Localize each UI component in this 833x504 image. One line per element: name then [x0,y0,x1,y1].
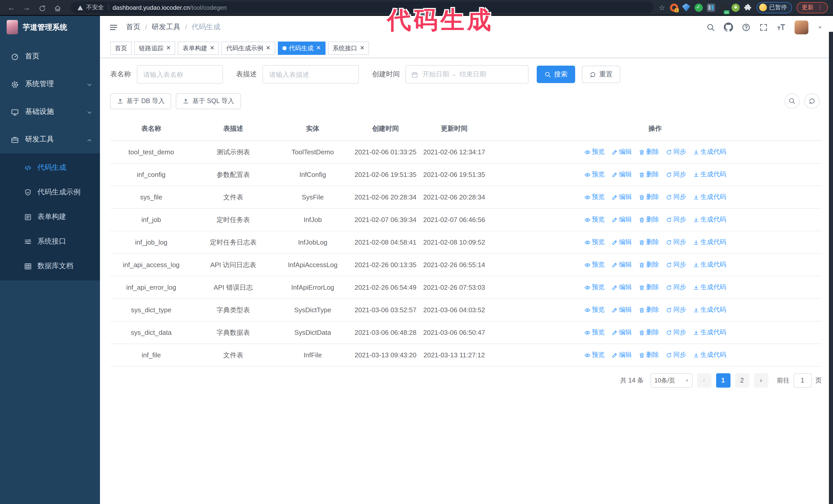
action-link[interactable]: 预览 [584,147,604,158]
profile-paused-badge[interactable]: 已暂停 [756,2,792,13]
action-link[interactable]: 删除 [639,147,659,158]
action-link[interactable]: 生成代码 [693,214,726,225]
action-link[interactable]: 预览 [584,259,604,270]
tab-close-icon[interactable]: ✕ [166,45,171,51]
next-page-button[interactable]: › [754,373,768,388]
sidebar-menu-item[interactable]: 研发工具 [0,126,100,153]
avatar-caret-icon[interactable] [817,24,823,30]
search-button[interactable]: 搜索 [537,66,575,83]
font-size-icon[interactable] [777,22,786,32]
action-link[interactable]: 编辑 [611,305,632,315]
action-link[interactable]: 预览 [584,350,604,360]
reload-icon[interactable] [36,1,48,14]
sidebar-submenu-item[interactable]: 代码生成 [0,155,100,180]
action-link[interactable]: 同步 [666,214,686,225]
goto-page-input[interactable] [793,373,812,388]
table-name-input[interactable] [137,65,223,83]
sidebar-submenu-item[interactable]: 表单构建 [0,205,100,229]
action-link[interactable]: 编辑 [611,147,632,158]
action-link[interactable]: 预览 [584,305,604,315]
menu-dots-icon[interactable]: ⋮ [817,4,823,11]
puzzle-extension-icon[interactable] [743,3,752,11]
sidebar-menu-item[interactable]: 系统管理 [0,70,100,98]
action-link[interactable]: 同步 [666,282,686,293]
action-link[interactable]: 生成代码 [693,237,726,248]
action-link[interactable]: 删除 [639,350,659,360]
sidebar-submenu-item[interactable]: 系统接口 [0,229,100,254]
search-icon[interactable] [706,23,715,32]
action-link[interactable]: 生成代码 [693,350,726,360]
action-link[interactable]: 删除 [639,305,659,315]
home-icon[interactable] [51,1,64,14]
action-link[interactable]: 同步 [666,305,686,315]
page-tab[interactable]: 首页 [110,41,132,55]
onoff-extension-icon[interactable] [719,3,727,11]
action-link[interactable]: 删除 [639,169,659,180]
sidebar-submenu-item[interactable]: 数据库文档 [0,254,100,279]
action-link[interactable]: 删除 [639,259,659,270]
logo[interactable]: 芋道管理系统 [0,16,100,39]
page-tab[interactable]: 系统接口 ✕ [328,41,369,55]
page-size-select[interactable]: 10条/页 ▾ [650,373,692,388]
browser-scrollbar[interactable] [829,32,833,504]
refresh-button[interactable] [804,93,820,109]
action-link[interactable]: 删除 [639,327,659,338]
action-link[interactable]: 生成代码 [693,192,726,202]
table-desc-input[interactable] [262,65,359,83]
action-link[interactable]: 编辑 [611,327,632,338]
tab-close-icon[interactable]: ✕ [266,45,270,51]
action-link[interactable]: 预览 [584,327,604,338]
breadcrumb-home[interactable]: 首页 [126,23,140,32]
action-link[interactable]: 同步 [666,259,686,270]
address-bar[interactable]: 不安全 dashboard.yudao.iocoder.cn /tool/cod… [71,2,653,13]
action-link[interactable]: 删除 [639,214,659,225]
action-link[interactable]: 同步 [666,350,686,360]
page-tab[interactable]: 代码生成 ✕ [278,41,325,55]
page-number[interactable]: 2 [735,373,749,388]
github-icon[interactable] [724,22,733,32]
action-link[interactable]: 预览 [584,169,604,180]
help-icon[interactable] [742,23,751,32]
action-link[interactable]: 生成代码 [693,259,726,270]
action-link[interactable]: 生成代码 [693,305,726,315]
action-link[interactable]: 预览 [584,192,604,202]
action-link[interactable]: 预览 [584,237,604,248]
page-tab[interactable]: 表单构建 ✕ [178,41,219,55]
page-tab[interactable]: 链路追踪 ✕ [134,41,175,55]
action-link[interactable]: 生成代码 [693,169,726,180]
action-link[interactable]: 编辑 [611,259,632,270]
action-link[interactable]: 生成代码 [693,147,726,158]
hide-search-button[interactable] [784,93,800,109]
action-link[interactable]: 同步 [666,169,686,180]
sidebar-submenu-item[interactable]: 代码生成示例 [0,180,100,205]
back-icon[interactable]: ← [5,1,18,14]
reset-button[interactable]: 重置 [582,66,620,83]
action-link[interactable]: 删除 [639,237,659,248]
action-link[interactable]: 生成代码 [693,327,726,338]
end-date-placeholder[interactable]: 结束日期 [459,70,486,79]
hamburger-icon[interactable] [109,23,118,32]
fullscreen-icon[interactable] [759,23,768,32]
user-avatar[interactable] [794,20,808,34]
tab-close-icon[interactable]: ✕ [360,45,364,51]
sidebar-menu-item[interactable]: 首页 [0,43,100,70]
start-date-placeholder[interactable]: 开始日期 [422,70,449,79]
action-link[interactable]: 同步 [666,192,686,202]
action-link[interactable]: 编辑 [611,350,632,360]
bookmark-star-icon[interactable]: ☆ [659,3,665,11]
action-link[interactable]: 编辑 [611,282,632,293]
action-link[interactable]: 同步 [666,327,686,338]
action-link[interactable]: 编辑 [611,192,632,202]
breadcrumb-tools[interactable]: 研发工具 [152,23,181,32]
action-link[interactable]: 编辑 [611,237,632,248]
tab-close-icon[interactable]: ✕ [316,45,320,51]
date-range-picker[interactable]: 开始日期 - 结束日期 [405,65,528,83]
action-link[interactable]: 生成代码 [693,282,726,293]
action-link[interactable]: 编辑 [611,214,632,225]
action-link[interactable]: 同步 [666,237,686,248]
import-db-button[interactable]: 基于 DB 导入 [110,93,171,109]
action-link[interactable]: 同步 [666,147,686,158]
import-sql-button[interactable]: 基于 SQL 导入 [176,93,241,109]
prev-page-button[interactable]: ‹ [697,373,711,388]
tab-close-icon[interactable]: ✕ [210,45,214,51]
